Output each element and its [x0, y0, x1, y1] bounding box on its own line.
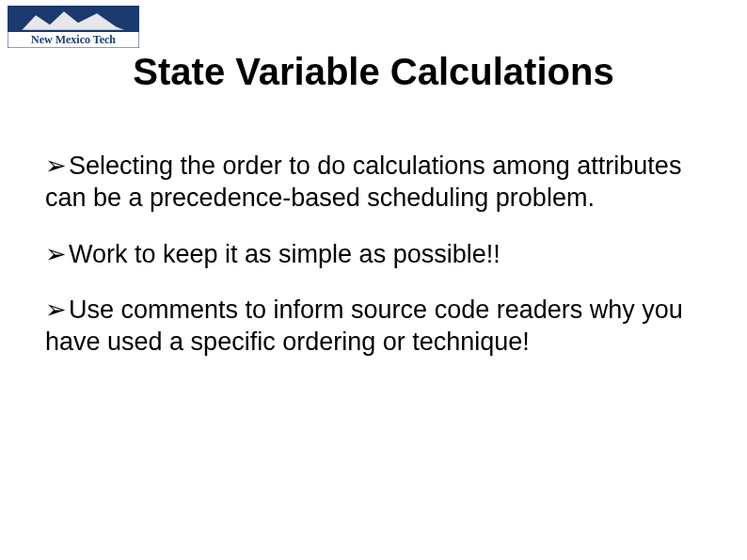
bullet-text: Use comments to inform source code reade… [45, 296, 683, 356]
chevron-right-icon: ➢ [45, 239, 67, 271]
bullet-text: Work to keep it as simple as possible!! [69, 240, 501, 268]
org-logo: New Mexico Tech [8, 6, 139, 48]
bullet-list: ➢Selecting the order to do calculations … [45, 151, 691, 383]
chevron-right-icon: ➢ [45, 151, 67, 183]
slide-title: State Variable Calculations [0, 51, 747, 93]
bullet-item: ➢Selecting the order to do calculations … [45, 151, 691, 215]
logo-text: New Mexico Tech [31, 33, 116, 46]
bullet-text: Selecting the order to do calculations a… [45, 152, 681, 212]
bullet-item: ➢Use comments to inform source code read… [45, 295, 691, 359]
bullet-item: ➢Work to keep it as simple as possible!! [45, 239, 691, 271]
chevron-right-icon: ➢ [45, 295, 67, 327]
